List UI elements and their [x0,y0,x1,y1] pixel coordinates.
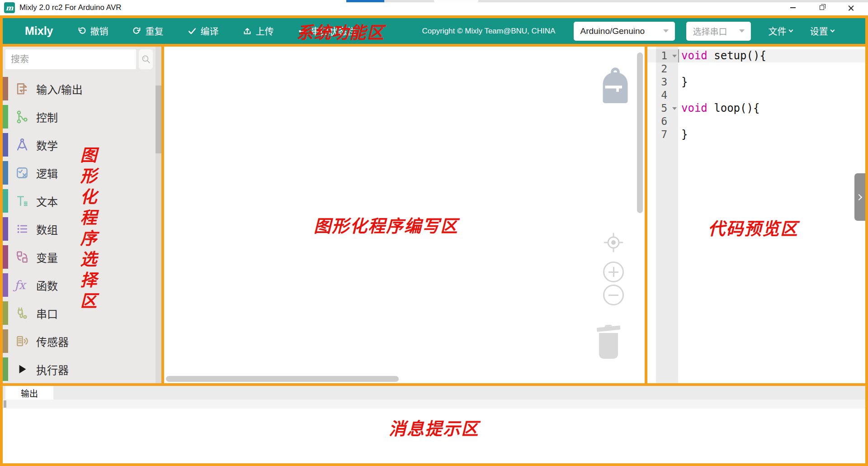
sidebar-scrollbar-thumb[interactable] [156,86,161,153]
close-icon [848,5,854,11]
zoom-out-button[interactable] [603,285,624,305]
code-editor[interactable]: 1void setup(){23}45void loop(){67} [647,49,865,141]
sidebar-item-text[interactable]: 文本 [3,187,156,215]
fold-arrow-icon[interactable] [672,55,677,57]
sidebar-item-io[interactable]: 输入/输出 [3,75,156,103]
zoom-out-icon [609,295,618,296]
category-color-stripe [3,217,8,241]
tab-output[interactable]: 输出 [5,386,53,399]
code-text: } [678,76,688,89]
title-bar: m Mixly 2.0 rc2 For Arduino AVR [0,0,868,15]
menu-settings[interactable]: 设置 [810,24,834,38]
copyright-text: Copyright © Mixly Team@BNU, CHINA [422,27,556,36]
sidebar-item-function[interactable]: ƒx函数 [3,271,156,299]
trash-icon[interactable] [594,322,623,360]
toolbar-button-serial-status[interactable]: 串口状态栏 [297,24,356,38]
category-label: 串口 [36,305,58,321]
code-preview-panel: 1void setup(){23}45void loop(){67} 代码预览区 [647,47,865,383]
toolbar-button-label: 重复 [146,24,164,38]
chevron-down-icon [663,29,669,33]
toolbar-button-redo[interactable]: 重复 [132,24,164,38]
code-line-3: 3} [647,76,865,89]
sidebar-item-math[interactable]: 数学 [3,131,156,159]
code-text: void loop(){ [678,102,760,115]
search-input[interactable] [5,49,136,69]
toolbar-button-label: 编译 [201,24,219,38]
sidebar-item-array[interactable]: 数组 [3,215,156,243]
math-icon [14,137,30,152]
category-label: 输入/输出 [36,81,83,97]
message-scroll-strip [3,399,865,409]
code-line-1: 1void setup(){ [647,49,865,62]
block-canvas[interactable]: 图形化程序编写区 [164,47,645,383]
line-number: 3 [656,76,678,89]
toolbar-menus: 文件设置 [751,24,834,38]
chevron-right-icon [856,194,862,200]
message-tabstrip: 输出 [3,386,865,399]
category-color-stripe [3,273,8,297]
canvas-vertical-scrollbar[interactable] [637,52,643,213]
annotation-code-preview-area: 代码预览区 [708,215,798,240]
search-button[interactable] [139,49,153,69]
message-scroll-thumb[interactable] [4,400,6,408]
line-number: 4 [656,89,678,102]
brand-logo[interactable]: Mixly [25,24,53,38]
chevron-down-icon [739,29,745,33]
port-select-value: 选择串口 [693,25,727,37]
backpack-icon[interactable] [598,67,632,103]
code-line-2: 2 [647,62,865,76]
category-color-stripe [3,329,8,353]
restore-button[interactable] [807,0,836,15]
canvas-horizontal-scrollbar[interactable] [166,376,399,382]
category-color-stripe [3,77,8,100]
zoom-in-button[interactable] [603,262,624,282]
window-title: Mixly 2.0 rc2 For Arduino AVR [19,3,122,12]
toolbar-button-upload[interactable]: 上传 [242,24,274,38]
function-icon: ƒx [14,277,30,293]
toolbar-button-label: 上传 [256,24,274,38]
category-label: 数学 [36,137,58,153]
minimize-icon [790,7,796,8]
category-label: 逻辑 [36,165,58,181]
category-color-stripe [3,133,8,157]
category-color-stripe [3,357,8,381]
variable-icon [14,249,30,265]
line-number: 1 [656,49,678,62]
sidebar-categories: 输入/输出控制数学逻辑文本数组变量ƒx函数串口传感器执行器 [3,75,156,383]
sidebar-item-sensor[interactable]: 传感器 [3,327,156,355]
recenter-icon[interactable] [604,233,623,252]
text-icon [14,193,30,209]
line-number: 7 [656,128,678,141]
code-text: } [678,128,688,141]
app-window: m Mixly 2.0 rc2 For Arduino AVR Mixly 撤销… [0,0,868,466]
mixly-logo-icon: m [4,2,15,13]
board-select[interactable]: Arduino/Genuino [574,22,675,41]
code-text: void setup(){ [678,49,766,62]
sidebar-item-variable[interactable]: 变量 [3,243,156,271]
category-label: 传感器 [36,333,69,349]
message-output-area: 消息提示区 [3,409,865,461]
toolbar-button-undo[interactable]: 撤销 [77,24,108,38]
toolbar-button-compile[interactable]: 编译 [187,24,219,38]
control-icon [14,109,30,124]
board-select-value: Arduino/Genuino [580,26,645,36]
close-button[interactable] [836,0,865,15]
panel-expand-button[interactable] [854,173,865,221]
sidebar-item-actuator[interactable]: 执行器 [3,355,156,383]
sidebar-item-serial[interactable]: 串口 [3,299,156,327]
category-color-stripe [3,189,8,213]
category-label: 控制 [36,109,58,125]
restore-icon [820,5,824,10]
menu-file[interactable]: 文件 [768,24,793,38]
sidebar-item-control[interactable]: 控制 [3,103,156,131]
port-select[interactable]: 选择串口 [686,22,751,41]
minimize-button[interactable] [778,0,807,15]
sensor-icon [14,333,30,349]
category-color-stripe [3,301,8,325]
fold-arrow-icon[interactable] [672,107,677,110]
code-line-5: 5void loop(){ [647,102,865,115]
top-edge-strip [0,0,868,2]
toolbar-button-label: 撤销 [90,24,108,38]
window-controls [778,0,865,15]
sidebar-item-logic[interactable]: 逻辑 [3,159,156,187]
